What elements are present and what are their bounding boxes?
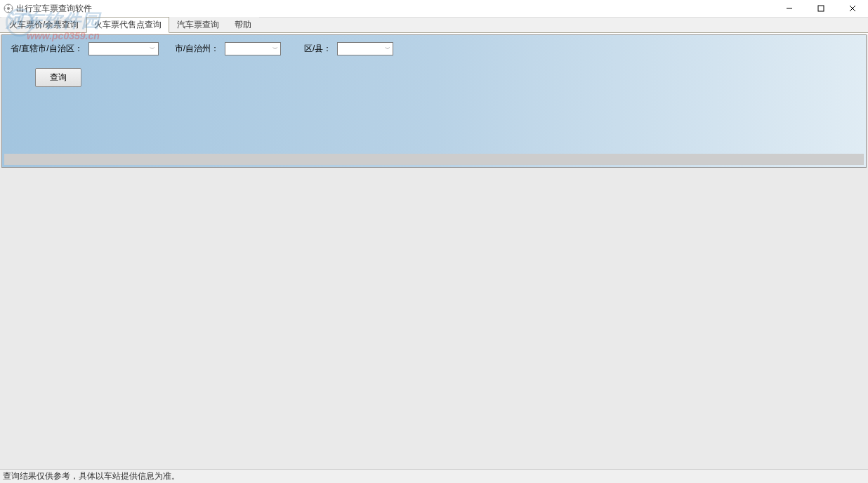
tab-help[interactable]: 帮助 (227, 17, 259, 32)
title-bar: 出行宝车票查询软件 (0, 0, 868, 18)
app-icon (3, 3, 14, 14)
province-label: 省/直辖市/自治区： (11, 43, 83, 55)
filter-row: 省/直辖市/自治区： ﹀ 市/自治州： ﹀ 区/县： ﹀ (11, 42, 857, 55)
tab-train-price[interactable]: 火车票价/余票查询 (1, 17, 86, 32)
tab-strip: 火车票价/余票查询 火车票代售点查询 汽车票查询 帮助 (0, 18, 868, 33)
content-area: 省/直辖市/自治区： ﹀ 市/自治州： ﹀ 区/县： ﹀ 查询 (0, 34, 868, 470)
scrollbar-thumb[interactable] (5, 154, 863, 164)
status-text: 查询结果仅供参考，具体以车站提供信息为准。 (3, 470, 180, 482)
window-title: 出行宝车票查询软件 (16, 3, 92, 15)
chevron-down-icon: ﹀ (270, 43, 280, 55)
window-controls (773, 0, 868, 17)
svg-point-1 (7, 7, 10, 10)
province-dropdown[interactable]: ﹀ (88, 42, 159, 55)
district-dropdown[interactable]: ﹀ (337, 42, 393, 55)
svg-rect-7 (818, 6, 824, 11)
close-button[interactable] (836, 0, 868, 16)
horizontal-scrollbar[interactable] (4, 154, 864, 165)
tab-train-agent[interactable]: 火车票代售点查询 (86, 17, 169, 33)
maximize-button[interactable] (805, 0, 836, 16)
query-panel: 省/直辖市/自治区： ﹀ 市/自治州： ﹀ 区/县： ﹀ 查询 (1, 34, 867, 168)
city-dropdown[interactable]: ﹀ (225, 42, 281, 55)
chevron-down-icon: ﹀ (147, 43, 158, 55)
status-bar: 查询结果仅供参考，具体以车站提供信息为准。 (0, 469, 868, 483)
city-label: 市/自治州： (175, 43, 219, 55)
results-area (0, 169, 868, 469)
chevron-down-icon: ﹀ (382, 43, 393, 55)
query-button[interactable]: 查询 (35, 68, 81, 87)
district-label: 区/县： (304, 43, 331, 55)
tab-bus-ticket[interactable]: 汽车票查询 (169, 17, 227, 32)
minimize-button[interactable] (773, 0, 805, 16)
